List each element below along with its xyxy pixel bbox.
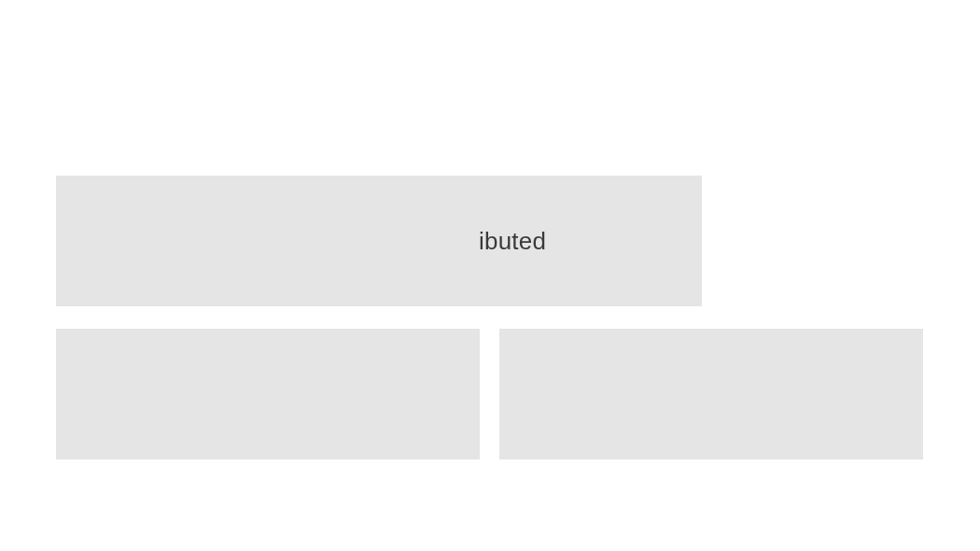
hero-text-fragment: ibuted xyxy=(479,227,546,256)
hero-placeholder: ibuted xyxy=(56,176,702,306)
card-placeholder-left xyxy=(56,329,480,459)
card-placeholder-right xyxy=(499,329,923,459)
